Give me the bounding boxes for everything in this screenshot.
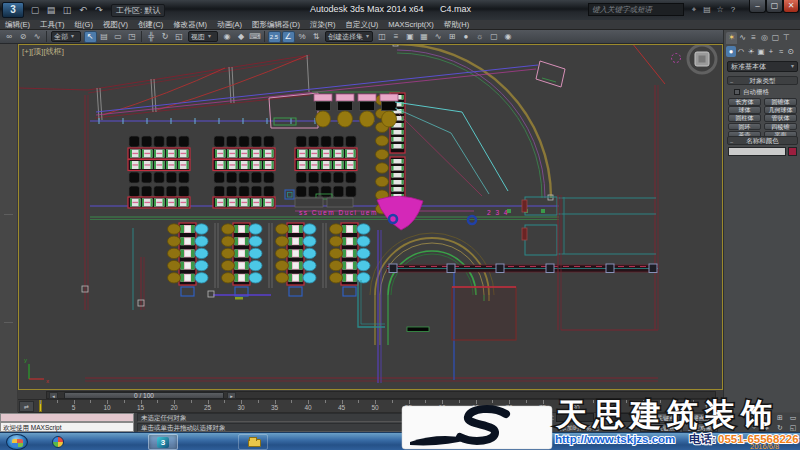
- zoom-all-icon[interactable]: ◈: [761, 413, 773, 422]
- subtab-lights[interactable]: ☀: [746, 46, 756, 57]
- menu-1[interactable]: 编辑(E): [0, 20, 35, 30]
- menu-8[interactable]: 图形编辑器(D): [247, 20, 305, 30]
- menu-4[interactable]: 视图(V): [98, 20, 133, 30]
- track-bar[interactable]: ⇄ 51015202530354045505560657075808590951…: [18, 400, 723, 413]
- open-file-icon[interactable]: ▤: [44, 3, 58, 17]
- security-app-icon[interactable]: [52, 436, 64, 448]
- select-object-icon[interactable]: ↖: [84, 31, 97, 43]
- curve-editor-icon[interactable]: ∿: [432, 31, 445, 43]
- maxscript-mini-listener-pink[interactable]: [0, 413, 134, 422]
- undo-icon[interactable]: ↶: [76, 3, 90, 17]
- primitive-button-7[interactable]: 圆环: [728, 123, 761, 131]
- unlink-icon[interactable]: ⊘: [17, 31, 30, 43]
- primitive-button-8[interactable]: 四棱锥: [764, 123, 797, 131]
- selection-filter-dropdown[interactable]: 全部▾: [51, 31, 81, 42]
- minimize-button[interactable]: –: [749, 0, 766, 13]
- mini-curve-editor-button[interactable]: ⇄: [19, 401, 34, 412]
- isolate-selection-icon[interactable]: ◉: [470, 414, 479, 422]
- rollout-name-color[interactable]: − 名称和颜色: [727, 136, 798, 145]
- window-crossing-icon[interactable]: ◳: [126, 31, 139, 43]
- render-setup-icon[interactable]: ☼: [474, 31, 487, 43]
- tab-motion[interactable]: ◎: [759, 32, 770, 44]
- pan-icon[interactable]: +: [748, 423, 760, 432]
- percent-snap-icon[interactable]: %: [296, 31, 309, 43]
- select-move-icon[interactable]: ╬: [145, 31, 158, 43]
- spinner-snap-icon[interactable]: ⇅: [310, 31, 323, 43]
- rect-region-icon[interactable]: ▭: [112, 31, 125, 43]
- save-file-icon[interactable]: ◫: [60, 3, 74, 17]
- menu-5[interactable]: 创建(C): [133, 20, 168, 30]
- tab-modify[interactable]: ∿: [737, 32, 748, 44]
- menu-12[interactable]: 帮助(H): [439, 20, 474, 30]
- rendered-frame-icon[interactable]: ▢: [488, 31, 501, 43]
- subtab-shapes[interactable]: ◠: [736, 46, 746, 57]
- taskbar-3dsmax-button[interactable]: 3: [148, 434, 178, 450]
- rollout-object-type[interactable]: − 对象类型: [727, 76, 798, 85]
- layer-manager-icon[interactable]: ▣: [404, 31, 417, 43]
- selection-lock-icon[interactable]: ▣: [481, 414, 490, 422]
- select-link-icon[interactable]: ∞: [3, 31, 16, 43]
- subtab-helpers[interactable]: +: [766, 46, 776, 57]
- workspace-dropdown[interactable]: 工作区: 默认: [111, 4, 165, 17]
- help-icon[interactable]: ?: [727, 3, 739, 16]
- start-button[interactable]: [6, 434, 28, 450]
- menu-11[interactable]: MAXScript(X): [383, 20, 438, 30]
- menu-6[interactable]: 修改器(M): [168, 20, 212, 30]
- primitive-button-3[interactable]: 球体: [728, 106, 761, 114]
- graphite-ribbon-icon[interactable]: ▦: [418, 31, 431, 43]
- angle-snap-icon[interactable]: ∠: [282, 31, 295, 43]
- time-slider-handle[interactable]: 0 / 100: [64, 392, 224, 399]
- top-viewport[interactable]: [+][顶][线框]: [18, 44, 723, 390]
- zoom-extents-icon[interactable]: ⊞: [774, 413, 786, 422]
- schematic-view-icon[interactable]: ⊞: [446, 31, 459, 43]
- use-pivot-center-icon[interactable]: ◉: [221, 31, 234, 43]
- walk-icon[interactable]: ∗: [761, 423, 773, 432]
- select-scale-icon[interactable]: ◱: [173, 31, 186, 43]
- select-manipulate-icon[interactable]: ◆: [235, 31, 248, 43]
- maximize-viewport-icon[interactable]: ◱: [787, 423, 799, 432]
- previous-frame-button[interactable]: ◂: [49, 392, 58, 399]
- material-editor-icon[interactable]: ●: [460, 31, 473, 43]
- menu-10[interactable]: 自定义(U): [340, 20, 383, 30]
- object-name-field[interactable]: [728, 147, 786, 156]
- selected-dropdown[interactable]: 选定对象: [682, 423, 718, 432]
- align-icon[interactable]: ≡: [390, 31, 403, 43]
- subtab-spacewarps[interactable]: ≈: [776, 46, 786, 57]
- subtab-cameras[interactable]: ▣: [756, 46, 766, 57]
- search-icon[interactable]: ⌖: [688, 3, 700, 16]
- maximize-button[interactable]: ▢: [766, 0, 783, 13]
- primitive-button-4[interactable]: 几何球体: [764, 106, 797, 114]
- subtab-systems[interactable]: ⊙: [786, 46, 796, 57]
- primitive-button-5[interactable]: 圆柱体: [728, 114, 761, 122]
- zoom-icon[interactable]: ⊕: [748, 413, 760, 422]
- x-coord-field[interactable]: [505, 413, 543, 422]
- set-key-button[interactable]: 设置关键点: [640, 413, 680, 422]
- menu-7[interactable]: 动画(A): [212, 20, 247, 30]
- auto-key-button[interactable]: 自动关键点: [640, 423, 680, 432]
- menu-2[interactable]: 工具(T): [35, 20, 70, 30]
- tab-hierarchy[interactable]: ≡: [748, 32, 759, 44]
- mirror-icon[interactable]: ◫: [376, 31, 389, 43]
- maxscript-mini-listener-white[interactable]: 欢迎使用 MAXScript: [0, 422, 134, 432]
- new-file-icon[interactable]: ▢: [28, 3, 42, 17]
- tab-display[interactable]: ▢: [770, 32, 781, 44]
- taskbar-explorer-button[interactable]: [238, 434, 268, 450]
- keyboard-override-icon[interactable]: ⌨: [249, 31, 262, 43]
- object-color-swatch[interactable]: [788, 147, 797, 156]
- render-production-icon[interactable]: ◉: [502, 31, 515, 43]
- menu-9[interactable]: 渲染(R): [305, 20, 340, 30]
- primitive-button-2[interactable]: 圆锥体: [764, 98, 797, 106]
- viewcube[interactable]: [688, 45, 716, 73]
- redo-icon[interactable]: ↷: [92, 3, 106, 17]
- autogrid-checkbox[interactable]: 自动栅格: [734, 88, 796, 96]
- menu-3[interactable]: 组(G): [70, 20, 98, 30]
- favorites-icon[interactable]: ☆: [714, 3, 726, 16]
- reference-coordinate-dropdown[interactable]: 视图▾: [188, 31, 218, 42]
- communication-center-icon[interactable]: ▤: [701, 3, 713, 16]
- subtab-geometry[interactable]: ●: [726, 46, 736, 57]
- primitive-button-1[interactable]: 长方体: [728, 98, 761, 106]
- application-menu-button[interactable]: 3: [2, 2, 24, 18]
- fov-icon[interactable]: ▭: [787, 413, 799, 422]
- select-by-name-icon[interactable]: ▤: [98, 31, 111, 43]
- viewport-label[interactable]: [+][顶][线框]: [22, 46, 64, 57]
